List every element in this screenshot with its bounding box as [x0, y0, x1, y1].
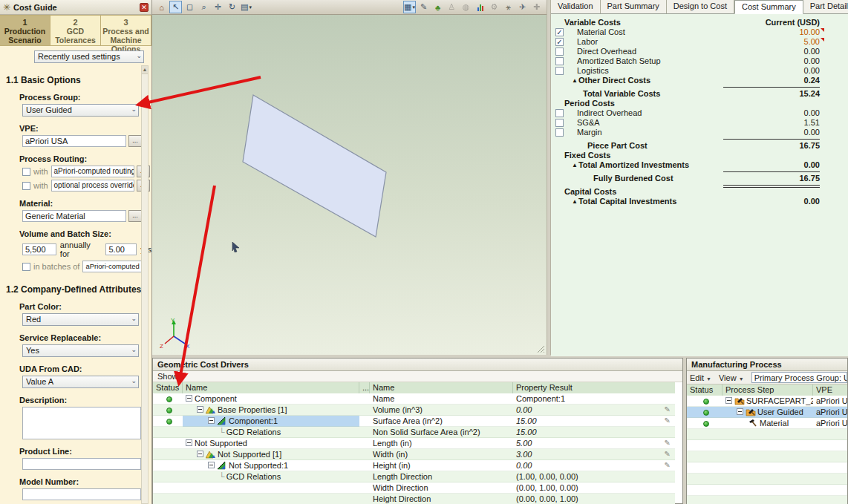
gcd-tree-row[interactable]: Base Properties [1] [183, 405, 359, 416]
gcd-tree-row[interactable]: Not Supported [1] [183, 449, 359, 460]
process-step-row[interactable]: User Guided [723, 407, 813, 418]
gcd-tree-row[interactable]: Component:1 [183, 416, 359, 427]
zoom-icon[interactable]: ⌕ [198, 1, 210, 13]
cost-item-checkbox[interactable] [555, 119, 564, 127]
tree-node-label[interactable]: Not Supported [1] [218, 450, 281, 459]
tree-node-label[interactable]: Not Supported [195, 439, 247, 448]
process-step-label[interactable]: SURFACEPART_2 [746, 396, 813, 405]
column-header-status[interactable]: Status [687, 384, 723, 396]
column-header-name[interactable]: Name [183, 382, 359, 393]
years-input[interactable]: 5.00 [105, 243, 137, 255]
tab-part-summary[interactable]: Part Summary [601, 0, 667, 13]
process-group-select[interactable]: User Guided ⌄ [22, 104, 139, 117]
tab-validation[interactable]: Validation [551, 0, 601, 13]
tree-expand-icon[interactable] [197, 406, 203, 413]
close-icon[interactable]: ✕ [140, 3, 149, 12]
edit-menu[interactable]: Edit ▼ [690, 373, 711, 382]
capture-mode-icon[interactable]: ▦▾ [403, 1, 416, 13]
add-icon[interactable]: ✚ [530, 1, 543, 13]
process-step-row[interactable]: Material [723, 418, 813, 429]
process-step-label[interactable]: Material [760, 419, 789, 428]
tab-design-to-cost[interactable]: Design to Cost [667, 0, 734, 13]
cost-guide-scrollbar[interactable]: ▲ [141, 65, 149, 504]
tree-node-label[interactable]: GCD Relations [226, 472, 281, 481]
vpe-field[interactable]: aPriori USA [22, 135, 126, 147]
cost-part-icon[interactable]: ♣ [431, 1, 444, 13]
material-browse-button[interactable]: ... [128, 210, 142, 222]
select-cursor-icon[interactable]: ↖ [169, 1, 182, 13]
annotate-pencil-icon[interactable]: ✎ [417, 1, 430, 13]
send-icon[interactable]: ✈ [516, 1, 529, 13]
tree-expand-icon[interactable] [208, 462, 215, 468]
model-number-input[interactable] [22, 488, 141, 500]
cost-item-checkbox[interactable]: ✓ [555, 38, 564, 46]
gcd-tree-row[interactable] [183, 482, 359, 494]
cost-item-checkbox[interactable]: ✓ [555, 28, 564, 36]
gcd-tree-row[interactable]: Not Supported [183, 438, 359, 449]
property-result[interactable]: ✎0.00 [513, 405, 675, 416]
gcd-tree-row[interactable]: Not Supported:1 [183, 460, 359, 471]
description-textarea[interactable] [22, 407, 141, 439]
tab-cost-summary[interactable]: Cost Summary [734, 0, 803, 14]
cost-item-checkbox[interactable] [555, 48, 564, 56]
gcd-tree-row[interactable]: └GCD Relations [183, 471, 359, 482]
cost-item-checkbox[interactable] [555, 109, 564, 117]
column-header-more[interactable]: ... [359, 382, 370, 393]
edit-pencil-icon[interactable]: ✎ [665, 405, 671, 415]
edit-pencil-icon[interactable]: ✎ [665, 460, 671, 471]
property-result[interactable]: 15.00 [513, 427, 675, 438]
cost-item-checkbox[interactable] [555, 67, 564, 75]
product-line-input[interactable] [22, 458, 141, 470]
fit-view-icon[interactable]: ✛ [212, 1, 224, 13]
vpe-browse-button[interactable]: ... [128, 135, 142, 147]
property-result[interactable]: Component:1 [513, 393, 675, 405]
publish-icon[interactable]: ♙ [446, 1, 458, 13]
tab-production-scenario[interactable]: 1 Production Scenario [0, 15, 50, 46]
recently-used-settings-dropdown[interactable]: Recently used settings ⌄ [34, 50, 144, 63]
column-header-status[interactable]: Status [153, 382, 183, 393]
edit-pencil-icon[interactable]: ✎ [665, 438, 671, 448]
property-result[interactable]: ✎0.00 [513, 460, 675, 471]
tree-node-label[interactable]: GCD Relations [226, 428, 281, 436]
column-header-vpe[interactable]: VPE [813, 384, 847, 396]
part-color-select[interactable]: Red ⌄ [22, 313, 139, 326]
view-mode-icon[interactable]: ▤▾ [240, 1, 252, 13]
resize-grip[interactable] [536, 344, 545, 353]
routing-field-2[interactable]: optional process overrides [51, 180, 134, 192]
tree-node-label[interactable]: Component [195, 394, 237, 403]
routing-field-1[interactable]: aPriori-computed routing [51, 166, 134, 177]
property-result[interactable]: ✎15.00 [513, 416, 675, 427]
tab-process-and-machine-options[interactable]: 3 Process and Machine Options [101, 15, 151, 46]
refresh-icon[interactable]: ↻ [226, 1, 238, 13]
edit-pencil-icon[interactable]: ✎ [665, 449, 671, 459]
home-icon[interactable]: ⌂ [155, 1, 168, 13]
settings-gear-icon[interactable]: ⚙ [488, 1, 500, 13]
chart-icon[interactable] [474, 1, 486, 13]
tree-expand-icon[interactable] [186, 395, 192, 402]
compare-icon[interactable]: ◍ [460, 1, 472, 13]
gcd-tree-row[interactable]: Component [183, 393, 359, 405]
tree-expand-icon[interactable] [197, 451, 203, 457]
3d-viewport[interactable]: Y X Z [152, 15, 547, 355]
tab-gcd-tolerances[interactable]: 2 GCD Tolerances [50, 15, 101, 46]
annual-volume-input[interactable]: 5,500 [22, 243, 56, 255]
batch-size-field[interactable]: aPriori-computed (458) [82, 261, 148, 272]
cost-item-checkbox[interactable] [555, 128, 564, 137]
uda-from-cad-select[interactable]: Value A ⌄ [22, 376, 139, 388]
tree-node-label[interactable]: Base Properties [1] [218, 405, 287, 414]
property-result[interactable]: (1.00, 0.00, 0.00) [513, 471, 675, 482]
primary-process-group-field[interactable]: Primary Process Group: User Guided [751, 372, 847, 383]
routing-checkbox-1[interactable] [22, 168, 30, 176]
tree-expand-icon[interactable] [725, 397, 732, 404]
surface-part[interactable] [243, 95, 386, 237]
scroll-up-icon[interactable]: ▲ [142, 66, 148, 74]
edit-pencil-icon[interactable]: ✎ [665, 416, 671, 426]
tree-expand-icon[interactable] [186, 439, 192, 446]
tree-expand-icon[interactable] [208, 417, 215, 424]
service-replaceable-select[interactable]: Yes ⌄ [22, 344, 139, 357]
tree-expand-icon[interactable] [737, 408, 743, 415]
column-header-prop-name[interactable]: Name [370, 382, 513, 393]
column-header-property-result[interactable]: Property Result [513, 382, 675, 393]
process-step-label[interactable]: User Guided [757, 408, 803, 416]
property-result[interactable]: ✎5.00 [513, 438, 675, 449]
